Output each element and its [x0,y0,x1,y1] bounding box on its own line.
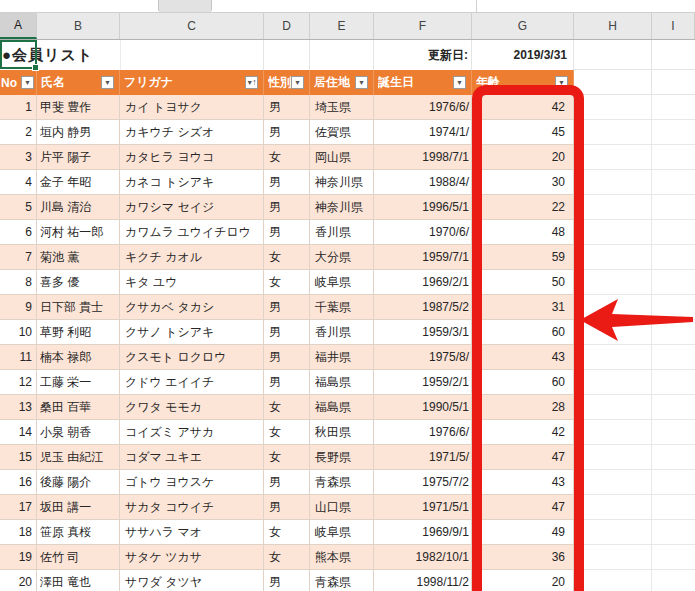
column-letter-F[interactable]: F [374,13,472,39]
cell-name[interactable]: 垣内 静男 [37,120,120,145]
cell-empty-h[interactable] [574,195,652,220]
cell-residence[interactable]: 岐阜県 [310,520,374,545]
cell-birthday[interactable]: 1959/2/1 [374,370,472,395]
cell-gender[interactable]: 男 [264,370,310,395]
cell-gender[interactable]: 女 [264,395,310,420]
cell-furigana[interactable]: カタヒラ ヨウコ [120,145,264,170]
cell-residence[interactable]: 佐賀県 [310,120,374,145]
cell-furigana[interactable]: カワムラ ユウイチロウ [120,220,264,245]
empty-cell[interactable] [310,40,374,70]
cell-age[interactable]: 36 [472,545,574,570]
column-letter-H[interactable]: H [574,13,652,39]
cell-furigana[interactable]: サカタ コウイチ [120,495,264,520]
cell-empty-i[interactable] [652,420,695,445]
column-letter-E[interactable]: E [310,13,374,39]
cell-gender[interactable]: 女 [264,145,310,170]
cell-empty-h[interactable] [574,295,652,320]
cell-furigana[interactable]: カネコ トシアキ [120,170,264,195]
cell-empty-i[interactable] [652,345,695,370]
cell-age[interactable]: 48 [472,220,574,245]
filter-button-birthday[interactable]: ▼ [453,76,466,89]
cell-name[interactable]: 菊池 薫 [37,245,120,270]
cell-name[interactable]: 川島 清治 [37,195,120,220]
cell-birthday[interactable]: 1969/2/1 [374,270,472,295]
cell-age[interactable]: 47 [472,495,574,520]
cell-empty-h[interactable] [574,520,652,545]
cell-empty-i[interactable] [652,470,695,495]
cell-age[interactable]: 42 [472,420,574,445]
cell-furigana[interactable]: キクチ カオル [120,245,264,270]
cell-furigana[interactable]: カキウチ シズオ [120,120,264,145]
cell-furigana[interactable]: コダマ ユキエ [120,445,264,470]
update-date-value[interactable]: 2019/3/31 [472,40,574,70]
cell-age[interactable]: 47 [472,445,574,470]
cell-name[interactable]: 楠本 禄郎 [37,345,120,370]
cell-empty-i[interactable] [652,445,695,470]
cell-empty-h[interactable] [574,545,652,570]
cell-birthday[interactable]: 1959/7/1 [374,245,472,270]
cell-gender[interactable]: 男 [264,320,310,345]
cell-empty-i[interactable] [652,545,695,570]
cell-birthday[interactable]: 1998/7/1 [374,145,472,170]
cell-birthday[interactable]: 1975/7/2 [374,470,472,495]
cell-age[interactable]: 42 [472,95,574,120]
cell-residence[interactable]: 秋田県 [310,420,374,445]
cell-name[interactable]: 澤田 竜也 [37,570,120,591]
cell-name[interactable]: 坂田 講一 [37,495,120,520]
cell-name[interactable]: 佐竹 司 [37,545,120,570]
column-letter-B[interactable]: B [37,13,120,39]
cell-furigana[interactable]: クスモト ロクロウ [120,345,264,370]
cell-gender[interactable]: 女 [264,520,310,545]
cell-no[interactable]: 1 [0,95,37,120]
cell-gender[interactable]: 男 [264,120,310,145]
cell-gender[interactable]: 女 [264,245,310,270]
cell-empty-i[interactable] [652,195,695,220]
cell-age[interactable]: 59 [472,245,574,270]
cell-age[interactable]: 49 [472,520,574,545]
cell-empty-h[interactable] [574,120,652,145]
cell-empty-h[interactable] [574,470,652,495]
cell-furigana[interactable]: キタ ユウ [120,270,264,295]
cell-no[interactable]: 7 [0,245,37,270]
cell-empty-i[interactable] [652,395,695,420]
cell-birthday[interactable]: 1975/8/ [374,345,472,370]
cell-residence[interactable]: 福島県 [310,395,374,420]
cell-no[interactable]: 4 [0,170,37,195]
cell-empty-h[interactable] [574,345,652,370]
cell-residence[interactable]: 山口県 [310,495,374,520]
cell-no[interactable]: 14 [0,420,37,445]
column-letter-A[interactable]: A [0,13,37,39]
cell-gender[interactable]: 男 [264,195,310,220]
cell-residence[interactable]: 香川県 [310,320,374,345]
cell-furigana[interactable]: ササハラ マオ [120,520,264,545]
cell-no[interactable]: 20 [0,570,37,591]
cell-no[interactable]: 18 [0,520,37,545]
cell-empty-i[interactable] [652,170,695,195]
cell-gender[interactable]: 女 [264,270,310,295]
cell-no[interactable]: 5 [0,195,37,220]
cell-age[interactable]: 45 [472,120,574,145]
cell-age[interactable]: 60 [472,320,574,345]
cell-name[interactable]: 笹原 真桜 [37,520,120,545]
cell-empty-i[interactable] [652,95,695,120]
formula-bar[interactable] [0,0,695,13]
cell-birthday[interactable]: 1971/5/1 [374,495,472,520]
cell-name[interactable]: 後藤 陽介 [37,470,120,495]
cell-birthday[interactable]: 1987/5/2 [374,295,472,320]
cell-furigana[interactable]: カワシマ セイジ [120,195,264,220]
cell-age[interactable]: 22 [472,195,574,220]
cell-age[interactable]: 43 [472,345,574,370]
cell-empty-i[interactable] [652,120,695,145]
cell-empty-h[interactable] [574,395,652,420]
cell-no[interactable]: 16 [0,470,37,495]
cell-empty-i[interactable] [652,495,695,520]
cell-empty-i[interactable] [652,245,695,270]
cell-name[interactable]: 草野 利昭 [37,320,120,345]
cell-no[interactable]: 12 [0,370,37,395]
cell-empty-i[interactable] [652,270,695,295]
cell-empty-h[interactable] [574,170,652,195]
cell-residence[interactable]: 岡山県 [310,145,374,170]
cell-gender[interactable]: 男 [264,570,310,591]
cell-gender[interactable]: 男 [264,220,310,245]
cell-birthday[interactable]: 1970/6/ [374,220,472,245]
